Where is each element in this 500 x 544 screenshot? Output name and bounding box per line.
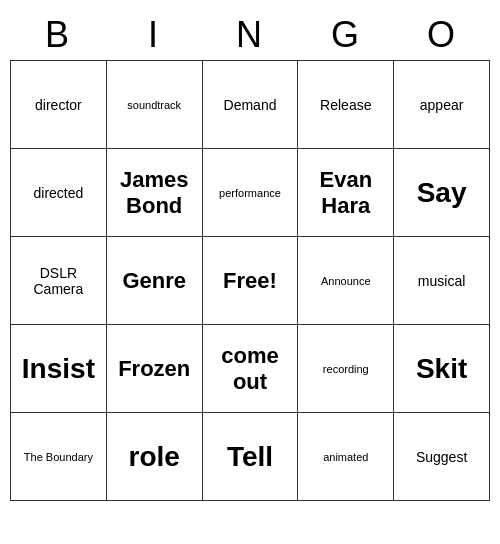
- bingo-cell[interactable]: recording: [298, 325, 394, 413]
- cell-text: directed: [15, 185, 102, 201]
- cell-text: James Bond: [111, 167, 198, 219]
- bingo-cell[interactable]: director: [11, 61, 107, 149]
- bingo-card: BINGO directorsoundtrackDemandReleaseapp…: [10, 10, 490, 501]
- bingo-cell[interactable]: Evan Hara: [298, 149, 394, 237]
- cell-text: animated: [302, 451, 389, 463]
- bingo-cell[interactable]: appear: [394, 61, 490, 149]
- bingo-cell[interactable]: Insist: [11, 325, 107, 413]
- header-letter: B: [10, 10, 106, 60]
- cell-text: Skit: [398, 353, 485, 385]
- bingo-cell[interactable]: Announce: [298, 237, 394, 325]
- cell-text: DSLR Camera: [15, 265, 102, 297]
- bingo-header: BINGO: [10, 10, 490, 60]
- cell-text: Say: [398, 177, 485, 209]
- bingo-cell[interactable]: Suggest: [394, 413, 490, 501]
- bingo-cell[interactable]: musical: [394, 237, 490, 325]
- bingo-cell[interactable]: Skit: [394, 325, 490, 413]
- bingo-cell[interactable]: role: [107, 413, 203, 501]
- bingo-cell[interactable]: Genre: [107, 237, 203, 325]
- bingo-cell[interactable]: Frozen: [107, 325, 203, 413]
- header-letter: G: [298, 10, 394, 60]
- cell-text: come out: [207, 343, 294, 395]
- cell-text: Insist: [15, 353, 102, 385]
- cell-text: Demand: [207, 97, 294, 113]
- cell-text: The Boundary: [15, 451, 102, 463]
- bingo-cell[interactable]: James Bond: [107, 149, 203, 237]
- cell-text: soundtrack: [111, 99, 198, 111]
- bingo-cell[interactable]: The Boundary: [11, 413, 107, 501]
- cell-text: Evan Hara: [302, 167, 389, 219]
- bingo-cell[interactable]: animated: [298, 413, 394, 501]
- header-letter: O: [394, 10, 490, 60]
- bingo-cell[interactable]: DSLR Camera: [11, 237, 107, 325]
- cell-text: Genre: [111, 268, 198, 294]
- cell-text: Announce: [302, 275, 389, 287]
- bingo-cell[interactable]: performance: [203, 149, 299, 237]
- bingo-cell[interactable]: come out: [203, 325, 299, 413]
- bingo-grid: directorsoundtrackDemandReleaseappeardir…: [10, 60, 490, 501]
- bingo-cell[interactable]: Demand: [203, 61, 299, 149]
- cell-text: director: [15, 97, 102, 113]
- bingo-cell[interactable]: Release: [298, 61, 394, 149]
- cell-text: recording: [302, 363, 389, 375]
- cell-text: Free!: [207, 268, 294, 294]
- cell-text: Tell: [207, 441, 294, 473]
- cell-text: Suggest: [398, 449, 485, 465]
- bingo-cell[interactable]: soundtrack: [107, 61, 203, 149]
- bingo-cell[interactable]: directed: [11, 149, 107, 237]
- bingo-cell[interactable]: Tell: [203, 413, 299, 501]
- cell-text: performance: [207, 187, 294, 199]
- bingo-cell[interactable]: Free!: [203, 237, 299, 325]
- header-letter: N: [202, 10, 298, 60]
- cell-text: musical: [398, 273, 485, 289]
- bingo-cell[interactable]: Say: [394, 149, 490, 237]
- cell-text: Release: [302, 97, 389, 113]
- cell-text: role: [111, 441, 198, 473]
- cell-text: appear: [398, 97, 485, 113]
- cell-text: Frozen: [111, 356, 198, 382]
- header-letter: I: [106, 10, 202, 60]
